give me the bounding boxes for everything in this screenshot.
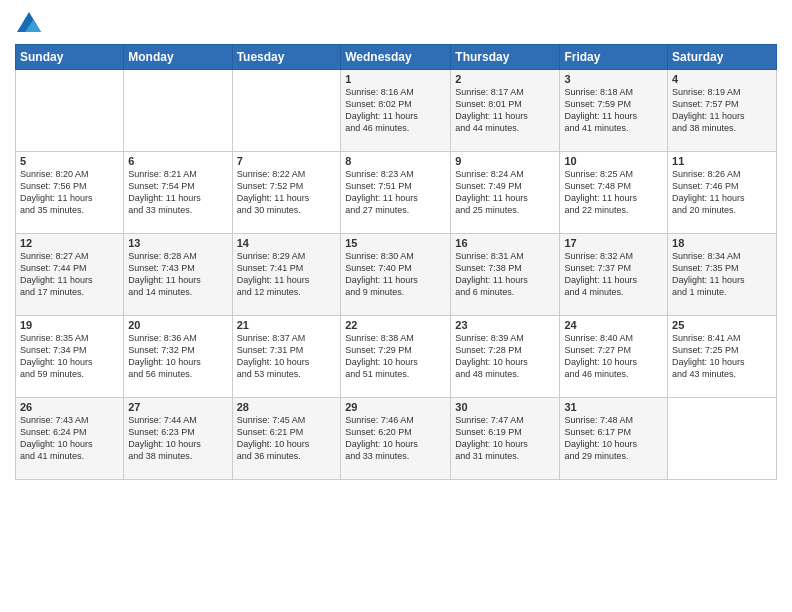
day-number: 8 <box>345 155 446 167</box>
day-info: Sunrise: 8:23 AM Sunset: 7:51 PM Dayligh… <box>345 168 446 217</box>
calendar-header-thursday: Thursday <box>451 45 560 70</box>
day-info: Sunrise: 8:17 AM Sunset: 8:01 PM Dayligh… <box>455 86 555 135</box>
calendar-cell: 16Sunrise: 8:31 AM Sunset: 7:38 PM Dayli… <box>451 234 560 316</box>
calendar-cell: 19Sunrise: 8:35 AM Sunset: 7:34 PM Dayli… <box>16 316 124 398</box>
day-number: 23 <box>455 319 555 331</box>
day-info: Sunrise: 7:45 AM Sunset: 6:21 PM Dayligh… <box>237 414 337 463</box>
header <box>15 10 777 38</box>
day-number: 15 <box>345 237 446 249</box>
calendar-cell: 14Sunrise: 8:29 AM Sunset: 7:41 PM Dayli… <box>232 234 341 316</box>
calendar-week-1: 1Sunrise: 8:16 AM Sunset: 8:02 PM Daylig… <box>16 70 777 152</box>
calendar-week-3: 12Sunrise: 8:27 AM Sunset: 7:44 PM Dayli… <box>16 234 777 316</box>
day-info: Sunrise: 8:32 AM Sunset: 7:37 PM Dayligh… <box>564 250 663 299</box>
day-number: 20 <box>128 319 227 331</box>
calendar-header-monday: Monday <box>124 45 232 70</box>
day-number: 10 <box>564 155 663 167</box>
day-number: 12 <box>20 237 119 249</box>
calendar-cell: 26Sunrise: 7:43 AM Sunset: 6:24 PM Dayli… <box>16 398 124 480</box>
calendar-cell: 15Sunrise: 8:30 AM Sunset: 7:40 PM Dayli… <box>341 234 451 316</box>
day-info: Sunrise: 8:35 AM Sunset: 7:34 PM Dayligh… <box>20 332 119 381</box>
calendar-cell: 8Sunrise: 8:23 AM Sunset: 7:51 PM Daylig… <box>341 152 451 234</box>
day-info: Sunrise: 7:44 AM Sunset: 6:23 PM Dayligh… <box>128 414 227 463</box>
day-info: Sunrise: 8:39 AM Sunset: 7:28 PM Dayligh… <box>455 332 555 381</box>
day-number: 11 <box>672 155 772 167</box>
day-number: 4 <box>672 73 772 85</box>
calendar-cell: 12Sunrise: 8:27 AM Sunset: 7:44 PM Dayli… <box>16 234 124 316</box>
calendar-header-wednesday: Wednesday <box>341 45 451 70</box>
day-info: Sunrise: 8:29 AM Sunset: 7:41 PM Dayligh… <box>237 250 337 299</box>
calendar-cell: 27Sunrise: 7:44 AM Sunset: 6:23 PM Dayli… <box>124 398 232 480</box>
day-info: Sunrise: 8:16 AM Sunset: 8:02 PM Dayligh… <box>345 86 446 135</box>
calendar-cell: 13Sunrise: 8:28 AM Sunset: 7:43 PM Dayli… <box>124 234 232 316</box>
day-info: Sunrise: 7:48 AM Sunset: 6:17 PM Dayligh… <box>564 414 663 463</box>
calendar-header-saturday: Saturday <box>668 45 777 70</box>
day-number: 16 <box>455 237 555 249</box>
day-info: Sunrise: 7:43 AM Sunset: 6:24 PM Dayligh… <box>20 414 119 463</box>
day-info: Sunrise: 8:36 AM Sunset: 7:32 PM Dayligh… <box>128 332 227 381</box>
calendar-table: SundayMondayTuesdayWednesdayThursdayFrid… <box>15 44 777 480</box>
calendar-week-2: 5Sunrise: 8:20 AM Sunset: 7:56 PM Daylig… <box>16 152 777 234</box>
day-number: 7 <box>237 155 337 167</box>
day-number: 25 <box>672 319 772 331</box>
day-info: Sunrise: 7:47 AM Sunset: 6:19 PM Dayligh… <box>455 414 555 463</box>
day-info: Sunrise: 8:24 AM Sunset: 7:49 PM Dayligh… <box>455 168 555 217</box>
calendar-cell: 22Sunrise: 8:38 AM Sunset: 7:29 PM Dayli… <box>341 316 451 398</box>
day-number: 6 <box>128 155 227 167</box>
day-number: 18 <box>672 237 772 249</box>
day-number: 9 <box>455 155 555 167</box>
day-info: Sunrise: 8:26 AM Sunset: 7:46 PM Dayligh… <box>672 168 772 217</box>
calendar-cell: 28Sunrise: 7:45 AM Sunset: 6:21 PM Dayli… <box>232 398 341 480</box>
calendar-cell: 18Sunrise: 8:34 AM Sunset: 7:35 PM Dayli… <box>668 234 777 316</box>
day-number: 3 <box>564 73 663 85</box>
calendar-cell: 17Sunrise: 8:32 AM Sunset: 7:37 PM Dayli… <box>560 234 668 316</box>
day-info: Sunrise: 8:19 AM Sunset: 7:57 PM Dayligh… <box>672 86 772 135</box>
calendar-cell: 24Sunrise: 8:40 AM Sunset: 7:27 PM Dayli… <box>560 316 668 398</box>
calendar-cell: 5Sunrise: 8:20 AM Sunset: 7:56 PM Daylig… <box>16 152 124 234</box>
day-number: 14 <box>237 237 337 249</box>
day-number: 2 <box>455 73 555 85</box>
logo <box>15 10 47 38</box>
calendar-cell: 6Sunrise: 8:21 AM Sunset: 7:54 PM Daylig… <box>124 152 232 234</box>
day-number: 27 <box>128 401 227 413</box>
day-info: Sunrise: 8:41 AM Sunset: 7:25 PM Dayligh… <box>672 332 772 381</box>
calendar-header-row: SundayMondayTuesdayWednesdayThursdayFrid… <box>16 45 777 70</box>
day-info: Sunrise: 8:40 AM Sunset: 7:27 PM Dayligh… <box>564 332 663 381</box>
calendar-cell: 23Sunrise: 8:39 AM Sunset: 7:28 PM Dayli… <box>451 316 560 398</box>
day-info: Sunrise: 8:21 AM Sunset: 7:54 PM Dayligh… <box>128 168 227 217</box>
calendar-cell: 11Sunrise: 8:26 AM Sunset: 7:46 PM Dayli… <box>668 152 777 234</box>
calendar-cell <box>232 70 341 152</box>
calendar-cell: 10Sunrise: 8:25 AM Sunset: 7:48 PM Dayli… <box>560 152 668 234</box>
calendar-cell: 30Sunrise: 7:47 AM Sunset: 6:19 PM Dayli… <box>451 398 560 480</box>
calendar-week-4: 19Sunrise: 8:35 AM Sunset: 7:34 PM Dayli… <box>16 316 777 398</box>
day-info: Sunrise: 8:18 AM Sunset: 7:59 PM Dayligh… <box>564 86 663 135</box>
day-info: Sunrise: 8:20 AM Sunset: 7:56 PM Dayligh… <box>20 168 119 217</box>
calendar-header-friday: Friday <box>560 45 668 70</box>
calendar-week-5: 26Sunrise: 7:43 AM Sunset: 6:24 PM Dayli… <box>16 398 777 480</box>
day-info: Sunrise: 8:25 AM Sunset: 7:48 PM Dayligh… <box>564 168 663 217</box>
day-number: 26 <box>20 401 119 413</box>
day-number: 31 <box>564 401 663 413</box>
calendar-cell: 25Sunrise: 8:41 AM Sunset: 7:25 PM Dayli… <box>668 316 777 398</box>
page: SundayMondayTuesdayWednesdayThursdayFrid… <box>0 0 792 612</box>
day-info: Sunrise: 8:31 AM Sunset: 7:38 PM Dayligh… <box>455 250 555 299</box>
calendar-cell: 2Sunrise: 8:17 AM Sunset: 8:01 PM Daylig… <box>451 70 560 152</box>
calendar-cell: 20Sunrise: 8:36 AM Sunset: 7:32 PM Dayli… <box>124 316 232 398</box>
calendar-cell <box>668 398 777 480</box>
day-number: 28 <box>237 401 337 413</box>
day-number: 22 <box>345 319 446 331</box>
day-info: Sunrise: 8:22 AM Sunset: 7:52 PM Dayligh… <box>237 168 337 217</box>
day-number: 30 <box>455 401 555 413</box>
calendar-cell: 29Sunrise: 7:46 AM Sunset: 6:20 PM Dayli… <box>341 398 451 480</box>
calendar-cell: 3Sunrise: 8:18 AM Sunset: 7:59 PM Daylig… <box>560 70 668 152</box>
calendar-cell: 1Sunrise: 8:16 AM Sunset: 8:02 PM Daylig… <box>341 70 451 152</box>
logo-icon <box>15 10 43 38</box>
day-number: 1 <box>345 73 446 85</box>
day-info: Sunrise: 8:30 AM Sunset: 7:40 PM Dayligh… <box>345 250 446 299</box>
day-number: 24 <box>564 319 663 331</box>
calendar-cell: 21Sunrise: 8:37 AM Sunset: 7:31 PM Dayli… <box>232 316 341 398</box>
day-number: 5 <box>20 155 119 167</box>
day-info: Sunrise: 8:28 AM Sunset: 7:43 PM Dayligh… <box>128 250 227 299</box>
calendar-cell: 4Sunrise: 8:19 AM Sunset: 7:57 PM Daylig… <box>668 70 777 152</box>
day-info: Sunrise: 7:46 AM Sunset: 6:20 PM Dayligh… <box>345 414 446 463</box>
day-info: Sunrise: 8:37 AM Sunset: 7:31 PM Dayligh… <box>237 332 337 381</box>
